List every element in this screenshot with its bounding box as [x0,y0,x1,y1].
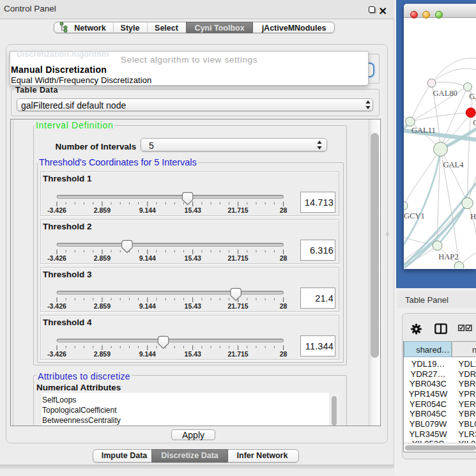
svg-text:15.43: 15.43 [185,302,201,310]
svg-text:H: H [470,212,476,221]
svg-text:-3.426: -3.426 [47,350,66,358]
svg-text:15.43: 15.43 [185,206,201,214]
svg-text:21.715: 21.715 [228,350,249,358]
svg-text:28: 28 [280,302,288,310]
svg-text:15.43: 15.43 [185,350,201,358]
svg-text:GAL11: GAL11 [411,126,436,135]
svg-text:9.144: 9.144 [139,206,156,214]
svg-text:GAL80: GAL80 [433,89,457,98]
svg-text:2.859: 2.859 [94,350,111,358]
svg-text:28: 28 [280,350,288,358]
svg-text:2.859: 2.859 [94,302,111,310]
svg-text:9.144: 9.144 [139,350,156,358]
svg-text:15.43: 15.43 [185,254,201,262]
svg-text:GCY1: GCY1 [404,211,425,220]
svg-text:2.859: 2.859 [94,206,111,214]
svg-text:-3.426: -3.426 [47,302,66,310]
svg-text:HAP2: HAP2 [438,252,458,261]
svg-text:21.715: 21.715 [228,254,249,262]
svg-text:21.715: 21.715 [228,206,249,214]
svg-text:21.715: 21.715 [228,302,249,310]
svg-text:GAL4: GAL4 [443,160,464,169]
svg-text:C: C [473,118,476,127]
svg-text:9.144: 9.144 [139,302,156,310]
svg-text:28: 28 [280,254,288,262]
svg-text:-3.426: -3.426 [47,206,66,214]
svg-text:9.144: 9.144 [139,254,156,262]
svg-text:GA: GA [469,92,476,101]
svg-text:2.859: 2.859 [94,254,111,262]
svg-text:28: 28 [280,206,288,214]
svg-text:-3.426: -3.426 [47,254,66,262]
